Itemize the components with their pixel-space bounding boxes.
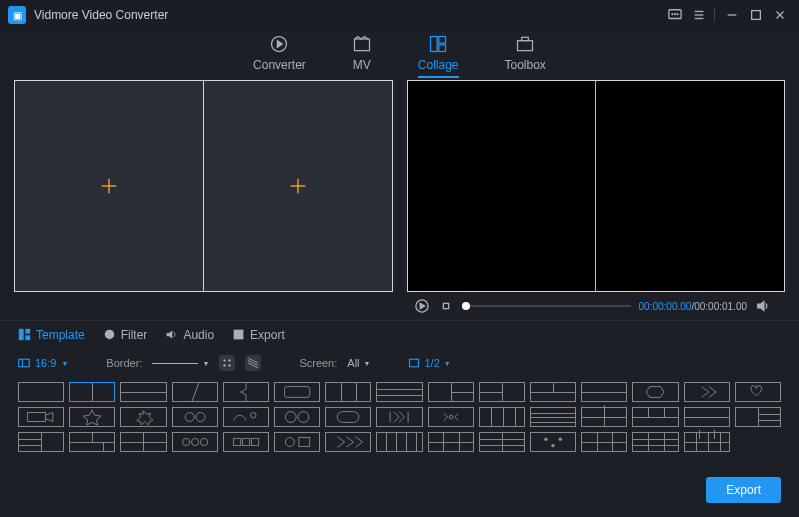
menu-icon[interactable] bbox=[688, 4, 710, 26]
time-display: 00:00:00.00/00:00:01.00 bbox=[639, 301, 747, 312]
seek-slider[interactable] bbox=[462, 305, 631, 307]
svg-point-54 bbox=[182, 438, 189, 445]
page-select[interactable]: 1/2▼ bbox=[408, 357, 450, 369]
subtab-export[interactable]: Export bbox=[232, 328, 285, 342]
svg-point-49 bbox=[298, 412, 309, 423]
template-item[interactable] bbox=[69, 432, 115, 452]
template-item[interactable] bbox=[172, 432, 218, 452]
template-item[interactable] bbox=[69, 382, 115, 402]
template-item[interactable] bbox=[684, 432, 730, 452]
template-item[interactable] bbox=[530, 407, 576, 427]
template-item[interactable] bbox=[684, 382, 730, 402]
svg-rect-42 bbox=[284, 387, 309, 398]
tab-collage[interactable]: Collage bbox=[418, 34, 459, 78]
app-logo-icon: ▣ bbox=[8, 6, 26, 24]
template-item[interactable] bbox=[530, 432, 576, 452]
svg-line-40 bbox=[248, 358, 258, 363]
template-item[interactable] bbox=[428, 382, 474, 402]
template-item[interactable] bbox=[581, 407, 627, 427]
template-item[interactable] bbox=[428, 407, 474, 427]
main-area bbox=[0, 80, 799, 292]
template-item[interactable] bbox=[376, 382, 422, 402]
svg-point-56 bbox=[200, 438, 207, 445]
template-item[interactable] bbox=[325, 382, 371, 402]
svg-rect-17 bbox=[518, 41, 533, 51]
template-item[interactable] bbox=[274, 407, 320, 427]
aspect-ratio-select[interactable]: 16:9▼ bbox=[18, 357, 68, 369]
border-pattern-button[interactable] bbox=[245, 355, 261, 371]
maximize-icon[interactable] bbox=[745, 4, 767, 26]
template-item[interactable] bbox=[69, 407, 115, 427]
svg-line-38 bbox=[248, 361, 258, 366]
tab-converter[interactable]: Converter bbox=[253, 34, 306, 76]
tab-mv[interactable]: MV bbox=[352, 34, 372, 76]
svg-marker-30 bbox=[167, 330, 173, 338]
subtab-template[interactable]: Template bbox=[18, 328, 85, 342]
template-item[interactable] bbox=[172, 382, 218, 402]
template-item[interactable] bbox=[120, 382, 166, 402]
svg-point-48 bbox=[285, 412, 296, 423]
main-tabs: Converter MV Collage Toolbox bbox=[0, 30, 799, 80]
subtab-audio[interactable]: Audio bbox=[165, 328, 214, 342]
template-item[interactable] bbox=[325, 407, 371, 427]
template-item[interactable] bbox=[581, 432, 627, 452]
template-item[interactable] bbox=[223, 432, 269, 452]
template-item[interactable] bbox=[684, 407, 730, 427]
play-button[interactable] bbox=[414, 298, 430, 314]
screen-select[interactable]: All▼ bbox=[347, 357, 370, 369]
volume-icon[interactable] bbox=[755, 298, 771, 314]
drop-zone-1[interactable] bbox=[15, 81, 204, 291]
template-item[interactable] bbox=[479, 407, 525, 427]
template-item[interactable] bbox=[530, 382, 576, 402]
template-item[interactable] bbox=[120, 407, 166, 427]
template-item[interactable] bbox=[632, 382, 678, 402]
template-item[interactable] bbox=[735, 407, 781, 427]
svg-rect-28 bbox=[25, 329, 30, 334]
border-color-button[interactable] bbox=[219, 355, 235, 371]
svg-rect-16 bbox=[439, 45, 446, 52]
template-item[interactable] bbox=[581, 382, 627, 402]
svg-marker-24 bbox=[420, 303, 424, 308]
collage-canvas bbox=[14, 80, 393, 292]
preview-cell-2 bbox=[596, 81, 784, 291]
template-item[interactable] bbox=[172, 407, 218, 427]
template-item[interactable] bbox=[479, 432, 525, 452]
export-button[interactable]: Export bbox=[706, 477, 781, 503]
svg-rect-57 bbox=[233, 438, 240, 445]
border-style-select[interactable]: ▼ bbox=[152, 360, 209, 367]
svg-marker-26 bbox=[758, 302, 764, 311]
template-grid bbox=[0, 378, 799, 456]
drop-zone-2[interactable] bbox=[204, 81, 392, 291]
template-item[interactable] bbox=[18, 432, 64, 452]
svg-rect-13 bbox=[354, 39, 369, 51]
svg-rect-27 bbox=[19, 329, 24, 340]
template-item[interactable] bbox=[632, 432, 678, 452]
subtab-filter[interactable]: Filter bbox=[103, 328, 148, 342]
template-item[interactable] bbox=[428, 432, 474, 452]
template-item[interactable] bbox=[274, 382, 320, 402]
close-icon[interactable] bbox=[769, 4, 791, 26]
template-item[interactable] bbox=[18, 382, 64, 402]
template-item[interactable] bbox=[223, 407, 269, 427]
template-item[interactable] bbox=[274, 432, 320, 452]
minimize-icon[interactable] bbox=[721, 4, 743, 26]
svg-point-55 bbox=[191, 438, 198, 445]
tab-toolbox[interactable]: Toolbox bbox=[505, 34, 546, 76]
template-item[interactable] bbox=[376, 407, 422, 427]
template-item[interactable] bbox=[120, 432, 166, 452]
preview-cell-1 bbox=[408, 81, 597, 291]
feedback-icon[interactable] bbox=[664, 4, 686, 26]
svg-point-36 bbox=[224, 365, 226, 367]
template-item[interactable] bbox=[632, 407, 678, 427]
template-item[interactable] bbox=[223, 382, 269, 402]
svg-marker-43 bbox=[646, 387, 664, 398]
svg-rect-50 bbox=[337, 412, 359, 423]
svg-rect-41 bbox=[410, 359, 419, 367]
template-item[interactable] bbox=[735, 382, 781, 402]
template-item[interactable] bbox=[18, 407, 64, 427]
template-item[interactable] bbox=[325, 432, 371, 452]
template-item[interactable] bbox=[479, 382, 525, 402]
svg-line-39 bbox=[248, 363, 258, 368]
stop-button[interactable] bbox=[438, 298, 454, 314]
template-item[interactable] bbox=[376, 432, 422, 452]
